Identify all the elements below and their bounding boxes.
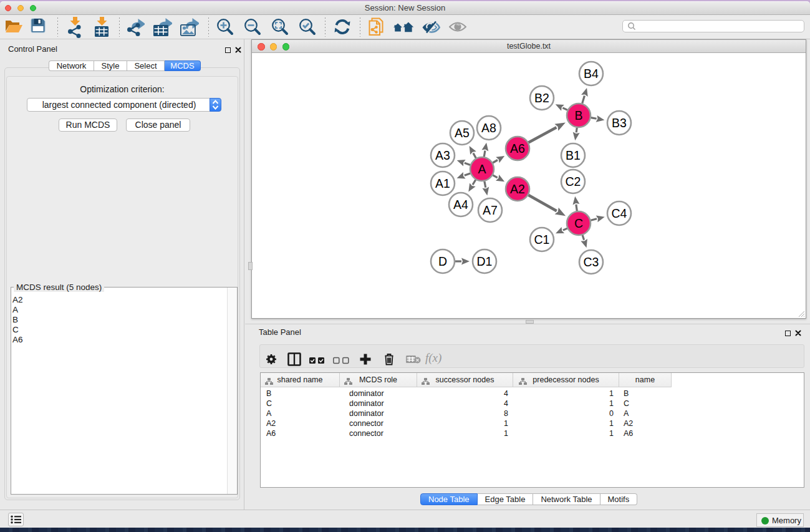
svg-text:A6: A6 (510, 142, 525, 155)
svg-text:C2: C2 (566, 175, 581, 188)
svg-text:B1: B1 (566, 148, 581, 162)
svg-text:B: B (574, 109, 582, 122)
svg-text:B2: B2 (534, 91, 549, 105)
svg-text:A5: A5 (455, 126, 470, 140)
svg-text:A3: A3 (435, 148, 450, 162)
svg-text:A8: A8 (481, 121, 496, 135)
svg-text:D: D (438, 254, 447, 268)
svg-text:C: C (574, 216, 583, 230)
svg-text:C1: C1 (534, 233, 550, 246)
svg-text:B3: B3 (612, 116, 627, 130)
svg-text:A4: A4 (453, 198, 468, 211)
svg-text:A7: A7 (483, 203, 498, 217)
svg-text:A2: A2 (510, 182, 525, 196)
svg-text:C4: C4 (612, 206, 627, 220)
svg-text:B4: B4 (584, 67, 599, 80)
svg-text:A: A (478, 162, 486, 176)
svg-text:A1: A1 (435, 177, 450, 190)
svg-text:C3: C3 (584, 255, 599, 269)
svg-text:D1: D1 (477, 254, 493, 268)
